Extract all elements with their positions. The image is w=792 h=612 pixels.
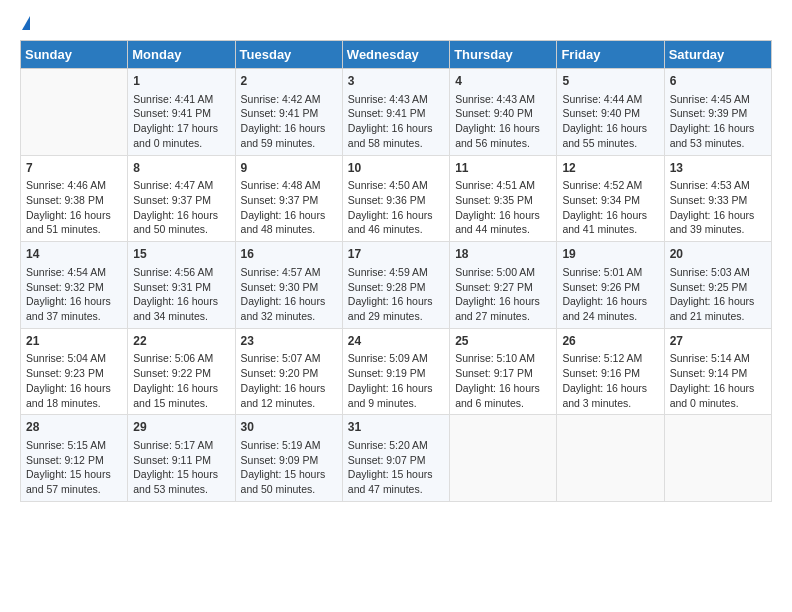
day-info: Sunrise: 5:15 AM Sunset: 9:12 PM Dayligh… [26,438,122,497]
day-number: 21 [26,333,122,350]
day-info: Sunrise: 5:14 AM Sunset: 9:14 PM Dayligh… [670,351,766,410]
day-info: Sunrise: 5:04 AM Sunset: 9:23 PM Dayligh… [26,351,122,410]
day-info: Sunrise: 4:46 AM Sunset: 9:38 PM Dayligh… [26,178,122,237]
day-number: 1 [133,73,229,90]
week-row-4: 21Sunrise: 5:04 AM Sunset: 9:23 PM Dayli… [21,328,772,415]
day-number: 25 [455,333,551,350]
calendar-cell: 19Sunrise: 5:01 AM Sunset: 9:26 PM Dayli… [557,242,664,329]
day-info: Sunrise: 4:57 AM Sunset: 9:30 PM Dayligh… [241,265,337,324]
day-number: 19 [562,246,658,263]
calendar-cell: 2Sunrise: 4:42 AM Sunset: 9:41 PM Daylig… [235,69,342,156]
day-number: 30 [241,419,337,436]
day-number: 14 [26,246,122,263]
day-number: 15 [133,246,229,263]
calendar-cell: 7Sunrise: 4:46 AM Sunset: 9:38 PM Daylig… [21,155,128,242]
calendar-cell: 30Sunrise: 5:19 AM Sunset: 9:09 PM Dayli… [235,415,342,502]
calendar-body: 1Sunrise: 4:41 AM Sunset: 9:41 PM Daylig… [21,69,772,502]
col-wednesday: Wednesday [342,41,449,69]
day-number: 22 [133,333,229,350]
day-number: 29 [133,419,229,436]
logo [20,16,30,30]
calendar-cell [557,415,664,502]
day-info: Sunrise: 4:43 AM Sunset: 9:40 PM Dayligh… [455,92,551,151]
calendar-cell: 14Sunrise: 4:54 AM Sunset: 9:32 PM Dayli… [21,242,128,329]
calendar-cell: 8Sunrise: 4:47 AM Sunset: 9:37 PM Daylig… [128,155,235,242]
week-row-1: 1Sunrise: 4:41 AM Sunset: 9:41 PM Daylig… [21,69,772,156]
day-number: 26 [562,333,658,350]
day-number: 6 [670,73,766,90]
calendar-cell: 21Sunrise: 5:04 AM Sunset: 9:23 PM Dayli… [21,328,128,415]
day-info: Sunrise: 4:41 AM Sunset: 9:41 PM Dayligh… [133,92,229,151]
day-info: Sunrise: 5:09 AM Sunset: 9:19 PM Dayligh… [348,351,444,410]
day-number: 16 [241,246,337,263]
page-header [20,16,772,30]
day-number: 3 [348,73,444,90]
day-number: 28 [26,419,122,436]
calendar-cell: 4Sunrise: 4:43 AM Sunset: 9:40 PM Daylig… [450,69,557,156]
day-info: Sunrise: 5:06 AM Sunset: 9:22 PM Dayligh… [133,351,229,410]
calendar-cell: 1Sunrise: 4:41 AM Sunset: 9:41 PM Daylig… [128,69,235,156]
day-info: Sunrise: 5:20 AM Sunset: 9:07 PM Dayligh… [348,438,444,497]
day-info: Sunrise: 4:56 AM Sunset: 9:31 PM Dayligh… [133,265,229,324]
week-row-3: 14Sunrise: 4:54 AM Sunset: 9:32 PM Dayli… [21,242,772,329]
calendar-cell [21,69,128,156]
week-row-2: 7Sunrise: 4:46 AM Sunset: 9:38 PM Daylig… [21,155,772,242]
logo-triangle-icon [22,16,30,30]
day-number: 23 [241,333,337,350]
day-number: 31 [348,419,444,436]
calendar-cell: 22Sunrise: 5:06 AM Sunset: 9:22 PM Dayli… [128,328,235,415]
day-info: Sunrise: 4:47 AM Sunset: 9:37 PM Dayligh… [133,178,229,237]
day-info: Sunrise: 4:50 AM Sunset: 9:36 PM Dayligh… [348,178,444,237]
calendar-cell: 29Sunrise: 5:17 AM Sunset: 9:11 PM Dayli… [128,415,235,502]
day-info: Sunrise: 5:12 AM Sunset: 9:16 PM Dayligh… [562,351,658,410]
col-tuesday: Tuesday [235,41,342,69]
col-friday: Friday [557,41,664,69]
day-info: Sunrise: 5:19 AM Sunset: 9:09 PM Dayligh… [241,438,337,497]
day-info: Sunrise: 5:03 AM Sunset: 9:25 PM Dayligh… [670,265,766,324]
day-number: 11 [455,160,551,177]
day-number: 7 [26,160,122,177]
calendar-cell: 26Sunrise: 5:12 AM Sunset: 9:16 PM Dayli… [557,328,664,415]
day-info: Sunrise: 4:44 AM Sunset: 9:40 PM Dayligh… [562,92,658,151]
calendar-cell: 24Sunrise: 5:09 AM Sunset: 9:19 PM Dayli… [342,328,449,415]
day-number: 13 [670,160,766,177]
day-number: 12 [562,160,658,177]
day-number: 18 [455,246,551,263]
calendar-cell: 12Sunrise: 4:52 AM Sunset: 9:34 PM Dayli… [557,155,664,242]
day-info: Sunrise: 5:01 AM Sunset: 9:26 PM Dayligh… [562,265,658,324]
day-number: 8 [133,160,229,177]
calendar-cell: 10Sunrise: 4:50 AM Sunset: 9:36 PM Dayli… [342,155,449,242]
day-number: 24 [348,333,444,350]
calendar-cell [664,415,771,502]
col-thursday: Thursday [450,41,557,69]
day-number: 4 [455,73,551,90]
day-info: Sunrise: 4:54 AM Sunset: 9:32 PM Dayligh… [26,265,122,324]
day-info: Sunrise: 4:51 AM Sunset: 9:35 PM Dayligh… [455,178,551,237]
calendar-cell: 9Sunrise: 4:48 AM Sunset: 9:37 PM Daylig… [235,155,342,242]
week-row-5: 28Sunrise: 5:15 AM Sunset: 9:12 PM Dayli… [21,415,772,502]
day-info: Sunrise: 4:59 AM Sunset: 9:28 PM Dayligh… [348,265,444,324]
calendar-cell: 6Sunrise: 4:45 AM Sunset: 9:39 PM Daylig… [664,69,771,156]
calendar-cell: 16Sunrise: 4:57 AM Sunset: 9:30 PM Dayli… [235,242,342,329]
calendar-cell: 11Sunrise: 4:51 AM Sunset: 9:35 PM Dayli… [450,155,557,242]
calendar-cell: 23Sunrise: 5:07 AM Sunset: 9:20 PM Dayli… [235,328,342,415]
day-info: Sunrise: 4:48 AM Sunset: 9:37 PM Dayligh… [241,178,337,237]
calendar-cell: 20Sunrise: 5:03 AM Sunset: 9:25 PM Dayli… [664,242,771,329]
day-info: Sunrise: 4:52 AM Sunset: 9:34 PM Dayligh… [562,178,658,237]
day-info: Sunrise: 5:17 AM Sunset: 9:11 PM Dayligh… [133,438,229,497]
day-number: 17 [348,246,444,263]
calendar-header: Sunday Monday Tuesday Wednesday Thursday… [21,41,772,69]
header-row: Sunday Monday Tuesday Wednesday Thursday… [21,41,772,69]
day-number: 20 [670,246,766,263]
calendar-cell: 28Sunrise: 5:15 AM Sunset: 9:12 PM Dayli… [21,415,128,502]
calendar-cell: 15Sunrise: 4:56 AM Sunset: 9:31 PM Dayli… [128,242,235,329]
calendar-cell: 18Sunrise: 5:00 AM Sunset: 9:27 PM Dayli… [450,242,557,329]
calendar-table: Sunday Monday Tuesday Wednesday Thursday… [20,40,772,502]
day-number: 9 [241,160,337,177]
day-info: Sunrise: 5:00 AM Sunset: 9:27 PM Dayligh… [455,265,551,324]
day-info: Sunrise: 4:42 AM Sunset: 9:41 PM Dayligh… [241,92,337,151]
day-info: Sunrise: 4:43 AM Sunset: 9:41 PM Dayligh… [348,92,444,151]
calendar-cell: 31Sunrise: 5:20 AM Sunset: 9:07 PM Dayli… [342,415,449,502]
calendar-cell: 13Sunrise: 4:53 AM Sunset: 9:33 PM Dayli… [664,155,771,242]
calendar-cell: 5Sunrise: 4:44 AM Sunset: 9:40 PM Daylig… [557,69,664,156]
